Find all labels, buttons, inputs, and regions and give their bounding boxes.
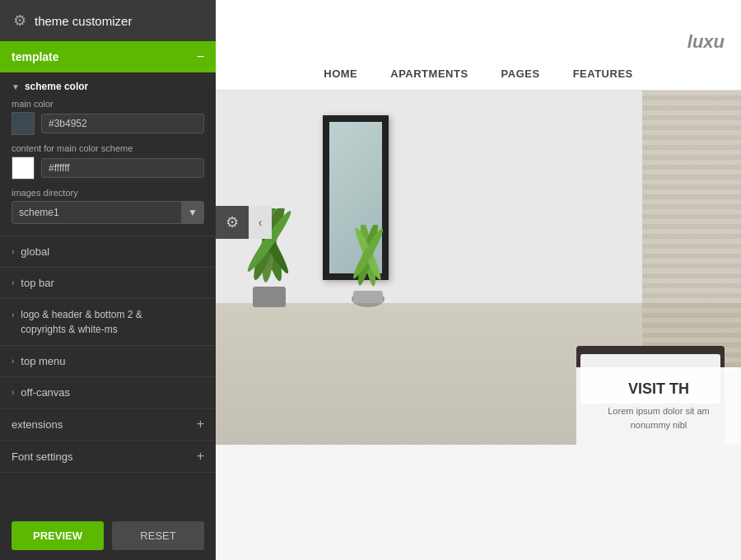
- sidebar-item-logo-header[interactable]: › logo & header & bottom 2 & copyrights …: [0, 299, 216, 346]
- sidebar: ⚙ theme customizer template − ▼ scheme c…: [0, 0, 216, 560]
- arrow-icon: ›: [12, 278, 14, 287]
- svg-rect-7: [353, 291, 383, 303]
- extensions-plus-icon[interactable]: +: [197, 417, 204, 432]
- nav-features: FEATURES: [573, 68, 633, 80]
- content-color-swatch[interactable]: [12, 156, 35, 180]
- sidebar-item-top-bar[interactable]: › top bar: [0, 268, 216, 299]
- extensions-label: extensions: [12, 418, 63, 431]
- content-color-input[interactable]: [41, 158, 204, 178]
- floating-gear-button[interactable]: ⚙: [216, 206, 249, 239]
- floating-panel: ⚙ ‹: [216, 206, 272, 239]
- preview-area: luxu HOME APARTMENTS PAGES FEATURES: [216, 0, 741, 560]
- content-color-row: [12, 156, 204, 180]
- visit-section: VISIT TH Lorem ipsum dolor sit am nonumm…: [576, 367, 741, 445]
- preview-image: VISIT TH Lorem ipsum dolor sit am nonumm…: [216, 91, 741, 445]
- nav-apartments: APARTMENTS: [390, 68, 468, 80]
- preview-button[interactable]: PREVIEW: [12, 521, 104, 550]
- content-color-label: content for main color scheme: [12, 143, 204, 153]
- font-settings-label: Font settings: [12, 450, 72, 463]
- main-color-input[interactable]: [41, 114, 204, 133]
- font-settings-plus-icon[interactable]: +: [197, 449, 204, 464]
- arrow-icon: ›: [12, 388, 14, 397]
- expand-arrow-icon: ▼: [12, 82, 20, 91]
- extensions-section: extensions +: [0, 408, 216, 441]
- arrow-icon: ›: [12, 247, 14, 256]
- scheme-color-title: ▼ scheme color: [12, 81, 204, 92]
- scheme-color-section: ▼ scheme color main color content for ma…: [0, 72, 216, 236]
- sidebar-footer: PREVIEW RESET: [0, 511, 216, 560]
- images-dir-label: images directory: [12, 188, 204, 198]
- preview-logo: luxu: [216, 21, 741, 58]
- template-label: template: [12, 50, 59, 63]
- arrow-icon: ›: [12, 357, 14, 366]
- sidebar-header: ⚙ theme customizer: [0, 0, 216, 41]
- reset-button[interactable]: RESET: [112, 521, 204, 550]
- images-dir-select[interactable]: scheme1 scheme2 scheme3: [12, 201, 204, 224]
- arrow-icon: ›: [12, 309, 14, 321]
- nav-home: HOME: [324, 68, 357, 80]
- plant-right: [335, 225, 401, 310]
- main-color-row: [12, 112, 204, 135]
- sidebar-item-top-menu[interactable]: › top menu: [0, 346, 216, 377]
- svg-rect-0: [253, 287, 286, 307]
- visit-title: VISIT TH: [590, 380, 728, 398]
- preview-header: luxu HOME APARTMENTS PAGES FEATURES: [216, 0, 741, 91]
- font-settings-section: Font settings +: [0, 441, 216, 473]
- main-color-label: main color: [12, 99, 204, 109]
- floating-arrow-button[interactable]: ‹: [249, 206, 272, 239]
- sidebar-item-global[interactable]: › global: [0, 236, 216, 268]
- app-title: theme customizer: [35, 14, 132, 28]
- images-dir-wrapper: scheme1 scheme2 scheme3 ▼: [12, 201, 204, 224]
- gear-icon: ⚙: [13, 12, 26, 30]
- nav-pages: PAGES: [501, 68, 540, 80]
- preview-nav: HOME APARTMENTS PAGES FEATURES: [216, 58, 741, 91]
- collapse-icon[interactable]: −: [197, 49, 204, 64]
- template-bar[interactable]: template −: [0, 41, 216, 72]
- visit-text: Lorem ipsum dolor sit am nonummy nibl: [590, 404, 728, 432]
- room-background: VISIT TH Lorem ipsum dolor sit am nonumm…: [216, 91, 741, 445]
- main-color-swatch[interactable]: [12, 112, 35, 135]
- sidebar-item-off-canvas[interactable]: › off-canvas: [0, 377, 216, 408]
